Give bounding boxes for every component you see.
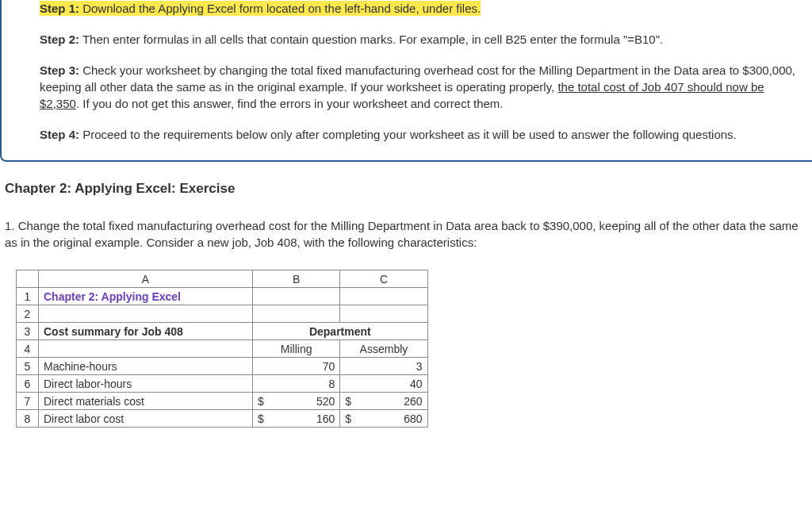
step-1-label: Step 1:	[40, 2, 79, 15]
cell-c4: Assembly	[340, 340, 427, 358]
rownum-2: 2	[17, 305, 39, 323]
step-1-highlight: Step 1: Download the Applying Excel form…	[40, 1, 481, 16]
rownum-8: 8	[17, 410, 39, 428]
cell-b7-dollar: $	[253, 393, 269, 410]
cell-c1	[340, 288, 427, 305]
step-1: Step 1: Download the Applying Excel form…	[40, 0, 798, 17]
excel-table-wrap: A B C 1 Chapter 2: Applying Excel 2 3 Co…	[16, 270, 812, 428]
cell-b1	[253, 288, 340, 305]
row-8: 8 Direct labor cost $ 160 $ 680	[17, 410, 428, 428]
rownum-5: 5	[17, 358, 39, 375]
cell-c7: 260	[356, 393, 427, 410]
cell-b8: 160	[269, 410, 340, 428]
cell-c2	[340, 305, 427, 323]
cell-b6: 8	[253, 375, 340, 393]
cell-b2	[253, 305, 340, 323]
instructions-box: Step 1: Download the Applying Excel form…	[0, 0, 812, 162]
cell-b5: 70	[253, 358, 340, 375]
step-4: Step 4: Proceed to the requirements belo…	[40, 126, 798, 143]
row-4: 4 Milling Assembly	[17, 340, 428, 358]
cell-c8-dollar: $	[340, 410, 356, 428]
row-3: 3 Cost summary for Job 408 Department	[17, 323, 428, 340]
col-c-header: C	[340, 270, 427, 288]
cell-b4: Milling	[253, 340, 340, 358]
col-b-header: B	[253, 270, 340, 288]
cell-a3: Cost summary for Job 408	[39, 323, 253, 340]
question-1: 1. Change the total fixed manufacturing …	[5, 217, 812, 251]
cell-c6: 40	[340, 375, 427, 393]
rownum-7: 7	[17, 393, 39, 410]
cell-a6: Direct labor-hours	[39, 375, 253, 393]
cell-a1: Chapter 2: Applying Excel	[39, 288, 253, 305]
step-2: Step 2: Then enter formulas in all cells…	[40, 31, 798, 48]
cell-a8: Direct labor cost	[39, 410, 253, 428]
row-5: 5 Machine-hours 70 3	[17, 358, 428, 375]
rownum-6: 6	[17, 375, 39, 393]
row-6: 6 Direct labor-hours 8 40	[17, 375, 428, 393]
step-3-post: . If you do not get this answer, find th…	[76, 97, 504, 110]
step-2-text: Then enter formulas in all cells that co…	[82, 33, 663, 46]
cell-c8: 680	[356, 410, 427, 428]
step-1-text: Download the Applying Excel form located…	[82, 2, 481, 15]
corner-cell	[17, 270, 39, 288]
row-1: 1 Chapter 2: Applying Excel	[17, 288, 428, 305]
cell-bc3: Department	[253, 323, 428, 340]
cell-c7-dollar: $	[340, 393, 356, 410]
step-4-label: Step 4:	[40, 128, 79, 141]
cell-b7: 520	[269, 393, 340, 410]
cell-a5: Machine-hours	[39, 358, 253, 375]
chapter-title: Chapter 2: Applying Excel: Exercise	[5, 181, 812, 197]
cell-a4	[39, 340, 253, 358]
rownum-1: 1	[17, 288, 39, 305]
cell-c5: 3	[340, 358, 427, 375]
rownum-4: 4	[17, 340, 39, 358]
step-4-text: Proceed to the requirements below only a…	[82, 128, 737, 141]
row-2: 2	[17, 305, 428, 323]
cell-a7: Direct materials cost	[39, 393, 253, 410]
rownum-3: 3	[17, 323, 39, 340]
cell-a2	[39, 305, 253, 323]
header-row: A B C	[17, 270, 428, 288]
row-7: 7 Direct materials cost $ 520 $ 260	[17, 393, 428, 410]
step-3: Step 3: Check your worksheet by changing…	[40, 62, 798, 112]
cell-b8-dollar: $	[253, 410, 269, 428]
step-3-label: Step 3:	[40, 63, 79, 77]
step-2-label: Step 2:	[40, 33, 79, 46]
col-a-header: A	[39, 270, 253, 288]
excel-table: A B C 1 Chapter 2: Applying Excel 2 3 Co…	[16, 270, 428, 428]
